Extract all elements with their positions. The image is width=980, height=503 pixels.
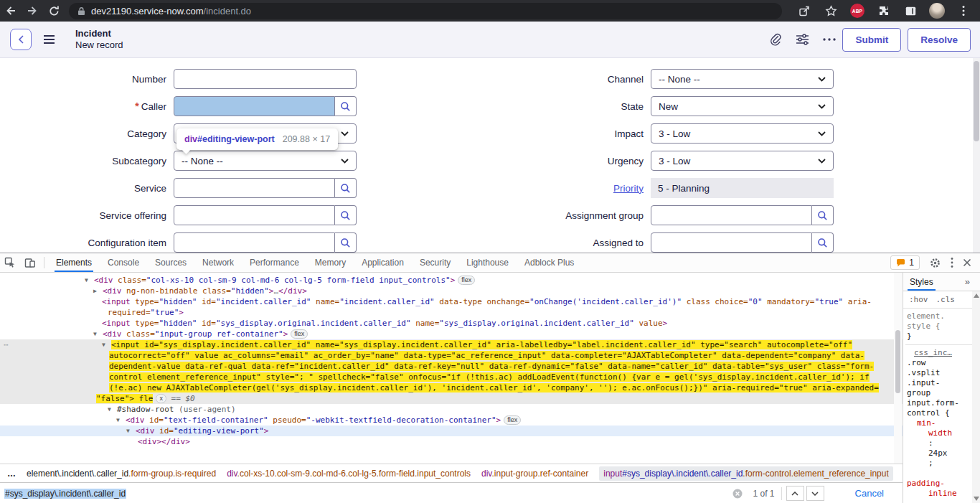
styles-line[interactable]: .row [905, 358, 972, 368]
search-cancel-button[interactable]: Cancel [855, 488, 884, 499]
tree-line[interactable]: ▼<div class="input-group ref-container">… [0, 329, 903, 339]
devtools-tab-elements[interactable]: Elements [48, 253, 100, 272]
extensions-button[interactable] [873, 0, 895, 22]
search-previous-button[interactable] [786, 486, 804, 501]
breadcrumb-item[interactable]: input#sys_display\.incident\.caller_id.f… [599, 466, 893, 481]
row-actions-icon[interactable]: ⋯ [4, 339, 9, 350]
lookup-service-offering-button[interactable] [335, 205, 357, 225]
breadcrumb-overflow[interactable]: … [7, 469, 16, 479]
page-scrollbar[interactable] [973, 58, 980, 253]
tree-line[interactable]: <input type="hidden" id="sys_display.ori… [0, 318, 903, 329]
share-button[interactable] [793, 0, 815, 22]
devtools-tab-security[interactable]: Security [412, 253, 458, 272]
devtools-tab-sources[interactable]: Sources [147, 253, 194, 272]
tree-line[interactable]: <div></div> [0, 436, 903, 447]
select-channel[interactable]: -- None -- [651, 69, 834, 89]
styles-line[interactable]: 24px [905, 448, 972, 459]
styles-line[interactable]: width [905, 428, 972, 438]
lookup-assigned-to-button[interactable] [812, 232, 834, 253]
styles-line[interactable]: } [905, 332, 972, 342]
tree-line[interactable]: ▼<div id="editing-view-port"> [0, 426, 903, 436]
tab-styles[interactable]: Styles [903, 273, 940, 291]
styles-line[interactable]: inline [905, 489, 972, 499]
breadcrumb-item[interactable]: div.input-group.ref-container [481, 469, 588, 479]
tree-line[interactable]: ⋯▼<input id="sys_display.incident.caller… [0, 339, 903, 350]
tree-line[interactable]: autocorrect="off" value ac_columns="emai… [0, 350, 903, 361]
issues-counter[interactable]: 1 [890, 255, 920, 270]
styles-line[interactable]: ; [905, 459, 972, 469]
input-assigned-to[interactable] [651, 232, 812, 253]
styles-line[interactable]: padding- [905, 479, 972, 489]
more-options-button[interactable] [823, 38, 836, 41]
devtools-tab-adblock-plus[interactable]: Adblock Plus [517, 253, 582, 272]
tree-line[interactable]: required="true"> [0, 307, 903, 318]
input-service-offering[interactable] [174, 205, 335, 225]
form-context-menu-button[interactable] [44, 35, 55, 44]
elements-tree-scrollbar[interactable] [894, 273, 902, 464]
input-number[interactable] [174, 69, 357, 89]
record-back-button[interactable] [10, 29, 32, 50]
adblock-extension-button[interactable]: ABP [847, 0, 868, 22]
tree-line[interactable]: ▼<div class="col-xs-10 col-sm-9 col-md-6… [0, 275, 903, 286]
devtools-tab-console[interactable]: Console [100, 253, 147, 272]
breadcrumb-item[interactable]: div.col-xs-10.col-sm-9.col-md-6.col-lg-5… [227, 469, 471, 479]
input-service[interactable] [174, 178, 335, 198]
devtools-tab-performance[interactable]: Performance [242, 253, 307, 272]
profile-button[interactable] [926, 0, 948, 22]
input-caller[interactable] [174, 96, 335, 116]
devtools-tab-lighthouse[interactable]: Lighthouse [458, 253, 517, 272]
tree-line[interactable]: ▼#shadow-root (user-agent) [0, 404, 903, 415]
resolve-button[interactable]: Resolve [908, 28, 971, 52]
personalize-form-button[interactable] [796, 34, 809, 45]
label-priority[interactable]: Priority [477, 183, 644, 194]
breadcrumb-item[interactable]: element\.incident\.caller_id.form-group.… [27, 469, 216, 479]
styles-scrollbar[interactable] [972, 291, 980, 503]
devtools-close-button[interactable] [963, 258, 971, 267]
device-toolbar-button[interactable] [20, 257, 40, 268]
lookup-configuration-item-button[interactable] [335, 232, 357, 253]
tree-line[interactable]: "false"> flex == $0 [0, 393, 903, 404]
devtools-tab-network[interactable]: Network [194, 253, 242, 272]
browser-reload-button[interactable] [43, 0, 65, 22]
side-panel-button[interactable] [900, 0, 921, 22]
devtools-tab-application[interactable]: Application [354, 253, 412, 272]
select-state[interactable]: New [651, 96, 834, 116]
styles-line[interactable]: : [905, 438, 972, 448]
lookup-service-button[interactable] [335, 178, 357, 198]
devtools-tab-memory[interactable]: Memory [307, 253, 354, 272]
styles-line[interactable]: input.form- [905, 398, 972, 408]
bookmark-button[interactable] [820, 0, 842, 22]
lookup-caller-button[interactable] [335, 96, 357, 116]
select-impact[interactable]: 3 - Low [651, 123, 834, 144]
styles-line[interactable]: group [905, 388, 972, 398]
tree-line[interactable]: ▶<div ng-non-bindable class="hidden">…</… [0, 286, 903, 296]
styles-line[interactable]: .input- [905, 378, 972, 388]
input-configuration-item[interactable] [174, 232, 335, 253]
attachment-button[interactable] [769, 33, 782, 46]
select-subcategory[interactable]: -- None -- [174, 151, 357, 171]
browser-back-button[interactable] [0, 0, 22, 22]
tree-line[interactable]: ▼<div id="text-field-container" pseudo="… [0, 415, 903, 426]
address-bar[interactable]: dev21190.service-now.com/incident.do [69, 3, 782, 19]
browser-forward-button[interactable] [22, 0, 43, 22]
tree-line[interactable]: control element_reference_input" style="… [0, 372, 903, 382]
styles-line[interactable]: .vsplit [905, 368, 972, 378]
styles-toggle-cls[interactable]: .cls [936, 295, 956, 304]
lookup-assignment-group-button[interactable] [812, 205, 834, 225]
submit-button[interactable]: Submit [842, 28, 901, 52]
tree-line[interactable]: dependent-value data-ref-qual data-ref="… [0, 361, 903, 372]
input-assignment-group[interactable] [651, 205, 812, 225]
browser-menu-button[interactable] [953, 0, 974, 22]
styles-line[interactable]: control { [905, 408, 972, 418]
devtools-settings-button[interactable] [929, 257, 941, 269]
inspect-element-button[interactable] [0, 257, 20, 268]
devtools-search-input[interactable]: #sys_display\.incident\.caller_id [4, 489, 732, 499]
styles-toggle-hov[interactable]: :hov [909, 295, 928, 304]
styles-line[interactable]: css_inc… [905, 348, 972, 358]
search-clear-button[interactable] [732, 489, 743, 499]
tree-line[interactable]: <input type="hidden" id="incident.caller… [0, 296, 903, 307]
tree-line[interactable]: (!e.ac) new AJAXTableCompleter(gel('sys_… [0, 382, 903, 393]
select-urgency[interactable]: 3 - Low [651, 151, 834, 171]
styles-line[interactable]: min- [905, 418, 972, 428]
devtools-menu-button[interactable] [951, 257, 953, 268]
